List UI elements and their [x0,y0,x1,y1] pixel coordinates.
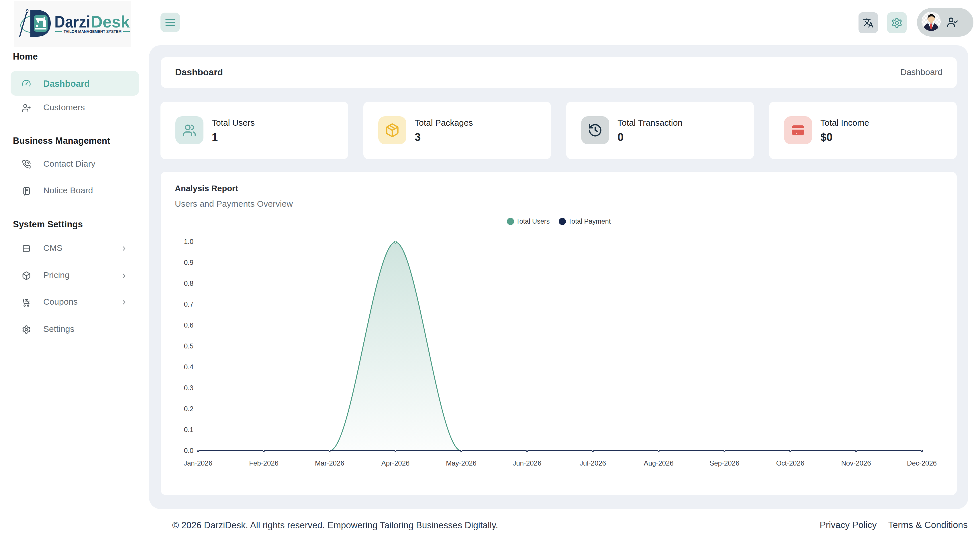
svg-text:Darzi: Darzi [54,12,90,31]
svg-text:0.8: 0.8 [184,279,193,287]
svg-text:TAILOR MANAGEMENT SYSTEM: TAILOR MANAGEMENT SYSTEM [64,29,121,34]
svg-text:0.1: 0.1 [184,426,193,433]
svg-text:Jul-2026: Jul-2026 [580,459,606,467]
svg-text:Oct-2026: Oct-2026 [776,459,804,467]
svg-text:0.9: 0.9 [184,259,193,266]
svg-text:Mar-2026: Mar-2026 [315,459,344,467]
svg-text:0.3: 0.3 [184,384,193,392]
svg-text:0.7: 0.7 [184,300,193,308]
svg-text:Apr-2026: Apr-2026 [382,459,410,467]
svg-text:0.4: 0.4 [184,363,193,371]
svg-text:0.6: 0.6 [184,321,193,329]
svg-text:Jan-2026: Jan-2026 [184,459,212,467]
svg-text:Feb-2026: Feb-2026 [249,459,278,467]
svg-text:Nov-2026: Nov-2026 [841,459,871,467]
svg-text:0.0: 0.0 [184,447,193,454]
svg-text:0.2: 0.2 [184,405,193,412]
svg-text:May-2026: May-2026 [446,459,477,467]
svg-text:Jun-2026: Jun-2026 [513,459,541,467]
svg-text:1.0: 1.0 [184,238,193,245]
svg-text:Sep-2026: Sep-2026 [710,459,739,467]
svg-text:Aug-2026: Aug-2026 [644,459,673,467]
svg-text:Desk: Desk [91,12,130,31]
svg-text:0.5: 0.5 [184,342,193,350]
svg-text:Dec-2026: Dec-2026 [907,459,937,467]
